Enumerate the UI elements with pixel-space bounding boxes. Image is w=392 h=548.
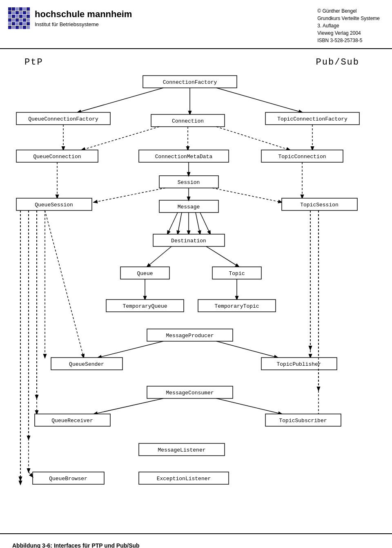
node-queue-sender: QueueSender (69, 361, 104, 367)
figure-caption: Abbildung 3-6: Interfaces für PTP und Pu… (0, 533, 392, 548)
node-message-listener: MessageListener (158, 447, 205, 453)
node-connection-meta-data: ConnectionMetaData (155, 154, 213, 160)
node-temporary-queue: TemporaryQueue (122, 303, 167, 309)
node-topic-subscriber: TopicSubscriber (279, 418, 327, 424)
svg-line-32 (206, 246, 239, 267)
class-diagram: ConnectionFactory QueueConnectionFactory… (12, 72, 380, 513)
node-topic-connection-factory: TopicConnectionFactory (277, 116, 347, 122)
svg-line-28 (196, 212, 200, 234)
svg-line-46 (98, 341, 163, 358)
node-exception-listener: ExceptionListener (157, 476, 211, 482)
pubsub-label: Pub/Sub (316, 57, 359, 67)
institute-name: Institut für Betriebssysteme (35, 21, 132, 27)
book-info: © Günther Bengel Grundkurs Verteilte Sys… (317, 7, 380, 44)
svg-line-1 (78, 88, 163, 112)
node-connection-factory: ConnectionFactory (163, 79, 217, 85)
node-topic-connection: TopicConnection (278, 154, 326, 160)
node-temporary-topic: TemporaryTopic (214, 303, 259, 309)
node-message-consumer: MessageConsumer (166, 390, 214, 396)
edition: 3. Auflage (317, 22, 380, 29)
svg-line-53 (94, 398, 163, 414)
node-topic: Topic (229, 271, 245, 277)
node-session: Session (178, 179, 200, 186)
ptp-label: PtP (24, 57, 43, 67)
header-left: hochschule mannheim Institut für Betrieb… (8, 7, 132, 29)
svg-line-2 (216, 88, 302, 112)
page-header: hochschule mannheim Institut für Betrieb… (0, 0, 392, 49)
node-message: Message (178, 204, 200, 210)
svg-line-26 (178, 212, 182, 234)
diagram-area: PtP Pub/Sub ConnectionFactory QueueConne… (0, 49, 392, 529)
svg-line-20 (212, 188, 282, 202)
node-topic-publisher: TopicPublisher (276, 361, 321, 367)
university-info: hochschule mannheim Institut für Betrieb… (35, 9, 132, 27)
isbn: ISBN 3-528-25738-5 (317, 37, 380, 44)
university-name: hochschule mannheim (35, 9, 132, 20)
book-title: Grundkurs Verteilte Systeme (317, 15, 380, 22)
node-message-producer: MessageProducer (166, 333, 214, 339)
node-queue-session: QueueSession (35, 202, 73, 208)
node-topic-session: TopicSession (300, 202, 339, 208)
node-queue-browser: QueueBrowser (49, 476, 87, 482)
node-queue-connection-factory: QueueConnectionFactory (28, 116, 98, 122)
svg-line-54 (216, 398, 282, 414)
caption-text: Abbildung 3-6: Interfaces für PTP und Pu… (12, 542, 140, 548)
node-queue-connection: QueueConnection (33, 154, 81, 160)
svg-line-9 (216, 127, 290, 150)
copyright: © Günther Bengel (317, 7, 380, 15)
node-connection: Connection (172, 118, 204, 124)
section-labels: PtP Pub/Sub (0, 57, 392, 67)
publisher: Vieweg Verlag 2004 (317, 29, 380, 37)
svg-line-19 (94, 188, 165, 202)
svg-line-29 (200, 212, 210, 234)
university-logo (8, 7, 30, 29)
svg-line-31 (147, 246, 172, 267)
svg-line-64 (29, 472, 33, 477)
node-queue-receiver: QueueReceiver (51, 418, 93, 424)
svg-line-48 (45, 210, 84, 358)
node-destination: Destination (171, 238, 206, 244)
svg-line-25 (167, 212, 178, 234)
svg-line-7 (82, 127, 159, 150)
svg-line-47 (216, 341, 278, 358)
node-queue: Queue (137, 271, 153, 277)
